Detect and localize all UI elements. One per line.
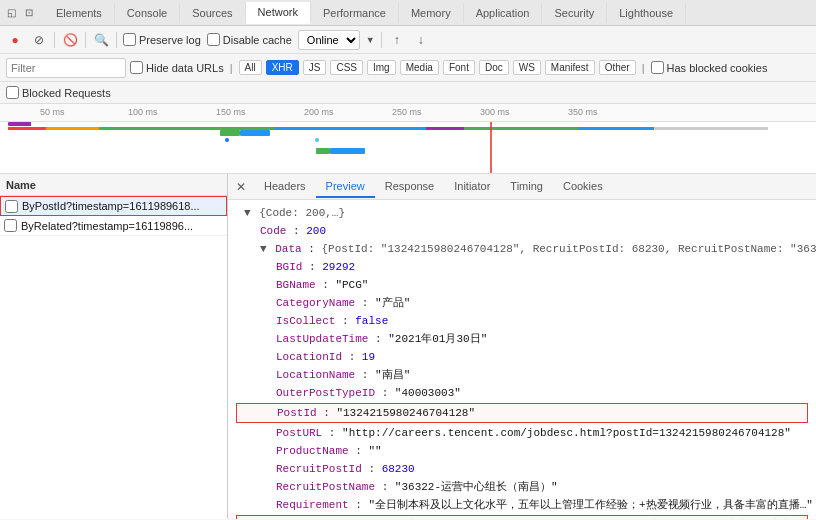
detail-tab-cookies[interactable]: Cookies (553, 176, 613, 198)
json-key-outerposttypeid: OuterPostTypeID (276, 387, 375, 399)
blocked-row: Blocked Requests (0, 82, 816, 104)
tab-memory[interactable]: Memory (399, 3, 464, 23)
filter-manifest-btn[interactable]: Manifest (545, 60, 595, 75)
json-line-2[interactable]: ▼ Data : {PostId: "1324215980246704128",… (236, 240, 808, 258)
filter-img-btn[interactable]: Img (367, 60, 396, 75)
json-line-1: Code : 200 (236, 222, 808, 240)
tick-350ms: 350 ms (568, 107, 598, 117)
filter-doc-btn[interactable]: Doc (479, 60, 509, 75)
details-panel: ✕ Headers Preview Response Initiator Tim… (228, 174, 816, 519)
json-val-recruitpostname: "36322-运营中心组长（南昌）" (395, 481, 558, 493)
bar-1-receiving (240, 130, 270, 136)
arrow-0[interactable]: ▼ (244, 207, 251, 219)
tab-performance[interactable]: Performance (311, 3, 399, 23)
detail-tab-response[interactable]: Response (375, 176, 445, 198)
download-button[interactable]: ↓ (412, 31, 430, 49)
detail-tab-timing[interactable]: Timing (500, 176, 553, 198)
record-button[interactable]: ● (6, 31, 24, 49)
search-button[interactable]: 🔍 (92, 31, 110, 49)
filter-ws-btn[interactable]: WS (513, 60, 541, 75)
request-name-0: ByPostId?timestamp=1611989618... (22, 200, 200, 212)
has-blocked-cookies-text: Has blocked cookies (667, 62, 768, 74)
json-line-0[interactable]: ▼ {Code: 200,…} (236, 204, 808, 222)
clear-button[interactable]: 🚫 (61, 31, 79, 49)
tab-console[interactable]: Console (115, 3, 180, 23)
request-name-1: ByRelated?timestamp=16119896... (21, 220, 193, 232)
json-line-6: IsCollect : false (236, 312, 808, 330)
divider-3 (116, 32, 117, 48)
filter-font-btn[interactable]: Font (443, 60, 475, 75)
throttle-select[interactable]: Online (298, 30, 360, 50)
json-colon-0: : (293, 225, 306, 237)
dot-2 (315, 138, 319, 142)
filter-all-btn[interactable]: All (239, 60, 262, 75)
json-val-categoryname: "产品" (375, 297, 410, 309)
request-checkbox-0[interactable] (5, 200, 18, 213)
tick-250ms: 250 ms (392, 107, 422, 117)
device-icon[interactable]: ⊡ (22, 6, 36, 20)
disable-cache-checkbox[interactable] (207, 33, 220, 46)
json-key-productname: ProductName (276, 445, 349, 457)
disable-cache-label[interactable]: Disable cache (207, 33, 292, 46)
filter-xhr-btn[interactable]: XHR (266, 60, 299, 75)
json-key-categoryname: CategoryName (276, 297, 355, 309)
filter-other-btn[interactable]: Other (599, 60, 636, 75)
json-line-13: ProductName : "" (236, 442, 808, 460)
top-tab-bar: ◱ ⊡ Elements Console Sources Network Per… (0, 0, 816, 26)
bar-2-receiving (330, 148, 365, 154)
timeline-ruler: 50 ms 100 ms 150 ms 200 ms 250 ms 300 ms… (0, 104, 816, 122)
network-toolbar: ● ⊘ 🚫 🔍 Preserve log Disable cache Onlin… (0, 26, 816, 54)
details-tabs: ✕ Headers Preview Response Initiator Tim… (228, 174, 816, 200)
hide-data-urls-text: Hide data URLs (146, 62, 224, 74)
hide-data-urls-label[interactable]: Hide data URLs (130, 61, 224, 74)
json-val-requirement: "全日制本科及以上文化水平，五年以上管理工作经验；+热爱视频行业，具备丰富的直播… (368, 499, 812, 511)
details-close-button[interactable]: ✕ (232, 178, 250, 196)
filter-separator: | (230, 62, 233, 74)
filter-css-btn[interactable]: CSS (330, 60, 363, 75)
json-line-12: PostURL : "http://careers.tencent.com/jo… (236, 424, 808, 442)
filter-input[interactable] (6, 58, 126, 78)
detail-tab-headers[interactable]: Headers (254, 176, 316, 198)
json-val-code: 200 (306, 225, 326, 237)
stop-button[interactable]: ⊘ (30, 31, 48, 49)
divider-2 (85, 32, 86, 48)
blocked-requests-label[interactable]: Blocked Requests (6, 86, 111, 99)
upload-button[interactable]: ↑ (388, 31, 406, 49)
has-blocked-cookies-label[interactable]: Has blocked cookies (651, 61, 768, 74)
preserve-log-label[interactable]: Preserve log (123, 33, 201, 46)
request-checkbox-1[interactable] (4, 219, 17, 232)
main-split: Name ByPostId?timestamp=1611989618... By… (0, 174, 816, 519)
filter-separator-2: | (642, 62, 645, 74)
blocked-requests-checkbox[interactable] (6, 86, 19, 99)
tab-sources[interactable]: Sources (180, 3, 245, 23)
tab-security[interactable]: Security (542, 3, 607, 23)
json-key-bgname: BGName (276, 279, 316, 291)
request-item-1[interactable]: ByRelated?timestamp=16119896... (0, 216, 227, 236)
timeline-multibar (8, 127, 768, 130)
json-line-14: RecruitPostId : 68230 (236, 460, 808, 478)
tab-elements[interactable]: Elements (44, 3, 115, 23)
json-val-bgname: "PCG" (335, 279, 368, 291)
json-line-3: BGId : 29292 (236, 258, 808, 276)
tab-lighthouse[interactable]: Lighthouse (607, 3, 686, 23)
request-item-0[interactable]: ByPostId?timestamp=1611989618... (0, 196, 227, 216)
filter-media-btn[interactable]: Media (400, 60, 439, 75)
detail-tab-initiator[interactable]: Initiator (444, 176, 500, 198)
json-val-posturl: "http://careers.tencent.com/jobdesc.html… (342, 427, 791, 439)
json-val-lastupdatetime: "2021年01月30日" (388, 333, 487, 345)
inspect-icon[interactable]: ◱ (4, 6, 18, 20)
json-val-recruitpostid: 68230 (382, 463, 415, 475)
json-key-recruitpostname: RecruitPostName (276, 481, 375, 493)
json-data-preview: {PostId: "1324215980246704128", RecruitP… (321, 243, 816, 255)
json-line-15: RecruitPostName : "36322-运营中心组长（南昌）" (236, 478, 808, 496)
detail-tab-preview[interactable]: Preview (316, 176, 375, 198)
tab-network[interactable]: Network (246, 2, 311, 24)
tab-application[interactable]: Application (464, 3, 543, 23)
dot-1 (225, 138, 229, 142)
filter-js-btn[interactable]: JS (303, 60, 327, 75)
json-line-4: BGName : "PCG" (236, 276, 808, 294)
has-blocked-cookies-checkbox[interactable] (651, 61, 664, 74)
preserve-log-checkbox[interactable] (123, 33, 136, 46)
hide-data-urls-checkbox[interactable] (130, 61, 143, 74)
arrow-data[interactable]: ▼ (260, 243, 267, 255)
